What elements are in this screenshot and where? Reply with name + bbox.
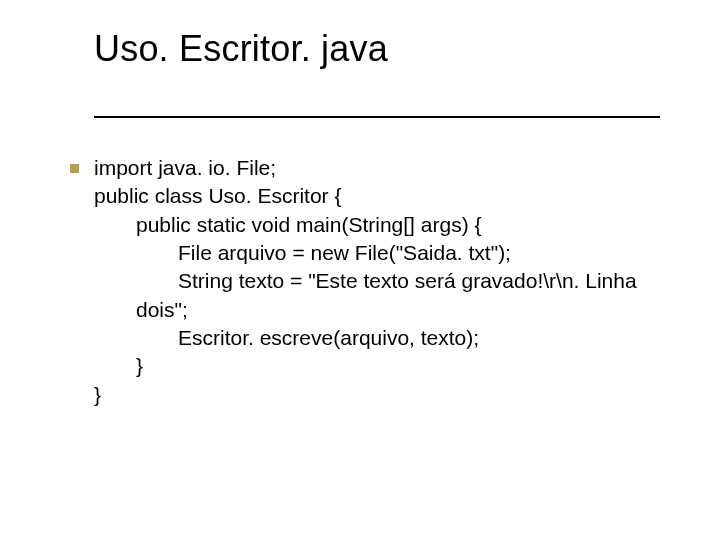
code-line-bulleted: import java. io. File; bbox=[94, 154, 660, 182]
code-line: dois"; bbox=[94, 296, 660, 324]
code-text: import java. io. File; bbox=[94, 154, 276, 182]
code-line: public class Uso. Escritor { bbox=[94, 182, 660, 210]
code-line: } bbox=[94, 381, 660, 409]
code-line: } bbox=[94, 352, 660, 380]
code-block: import java. io. File; public class Uso.… bbox=[94, 154, 660, 409]
title-row: Uso. Escritor. java bbox=[94, 28, 660, 118]
page-title: Uso. Escritor. java bbox=[94, 28, 388, 70]
slide: Uso. Escritor. java import java. io. Fil… bbox=[0, 0, 720, 540]
code-line: File arquivo = new File("Saida. txt"); bbox=[94, 239, 660, 267]
code-line: public static void main(String[] args) { bbox=[94, 211, 660, 239]
code-line: String texto = "Este texto será gravado!… bbox=[94, 267, 660, 295]
bullet-icon bbox=[70, 164, 79, 173]
code-line: Escritor. escreve(arquivo, texto); bbox=[94, 324, 660, 352]
